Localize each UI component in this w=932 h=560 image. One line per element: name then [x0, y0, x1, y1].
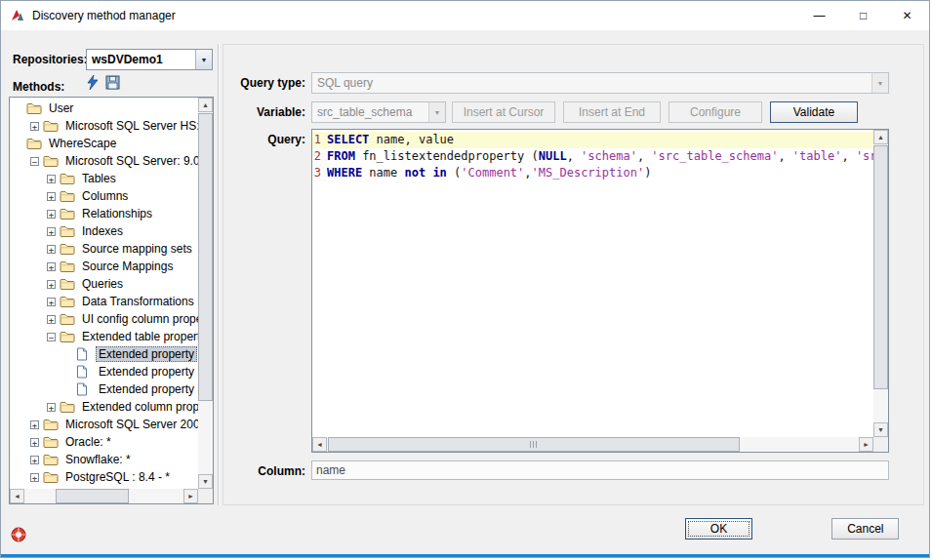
expand-icon[interactable]: +	[30, 420, 39, 429]
maximize-button[interactable]: □	[841, 1, 885, 30]
expand-icon[interactable]: +	[47, 280, 56, 289]
tree-item-label: Microsoft SQL Server: 9.0 -	[62, 153, 198, 169]
scrollbar-corner	[198, 489, 213, 503]
variable-combo: src_table_schema ▼	[311, 101, 446, 123]
tree-item[interactable]: +Queries	[10, 275, 198, 293]
tree-item[interactable]: +Extended column prop	[10, 398, 198, 416]
tree-horizontal-scrollbar[interactable]: ◄ ►	[10, 489, 198, 503]
tree-item-label: UI config column prope	[79, 311, 198, 327]
titlebar[interactable]: Discovery method manager — □ ✕	[1, 1, 929, 30]
folder-icon	[60, 312, 75, 326]
folder-icon	[60, 400, 75, 414]
folder-icon	[60, 224, 75, 238]
tree-item[interactable]: User	[10, 100, 198, 117]
code-text: SELECT name, value	[327, 132, 873, 148]
scrollbar-track[interactable]	[873, 144, 888, 422]
query-editor-lines[interactable]: 1SELECT name, value2FROM fn_listextended…	[312, 130, 873, 437]
minimize-button[interactable]: —	[797, 1, 841, 30]
scrollbar-thumb[interactable]	[198, 113, 213, 401]
tree-item[interactable]: −Extended table propert	[10, 328, 198, 345]
scrollbar-thumb[interactable]	[873, 145, 888, 389]
expand-icon[interactable]: +	[47, 245, 56, 254]
scroll-right-button[interactable]: ►	[183, 489, 198, 503]
tree-vertical-scrollbar[interactable]: ▲ ▼	[198, 98, 213, 489]
close-button[interactable]: ✕	[885, 1, 929, 30]
tree-item[interactable]: Extended property	[10, 380, 198, 398]
query-editor[interactable]: 1SELECT name, value2FROM fn_listextended…	[311, 129, 889, 453]
editor-vertical-scrollbar[interactable]: ▲ ▼	[873, 130, 888, 437]
editor-horizontal-scrollbar[interactable]: ◄ ►	[312, 437, 873, 452]
cancel-button[interactable]: Cancel	[831, 518, 899, 540]
ok-button[interactable]: OK	[685, 518, 752, 540]
scroll-down-button[interactable]: ▼	[198, 474, 213, 489]
tree-item[interactable]: +Columns	[10, 187, 198, 205]
scroll-left-button[interactable]: ◄	[312, 437, 327, 452]
tree-item[interactable]: WhereScape	[10, 135, 198, 152]
expand-icon[interactable]: +	[30, 122, 39, 131]
line-number: 3	[312, 165, 327, 181]
validate-button[interactable]: Validate	[770, 101, 858, 123]
expand-icon[interactable]: +	[47, 192, 56, 201]
collapse-icon[interactable]: −	[30, 157, 39, 166]
methods-label: Methods:	[13, 80, 64, 94]
expand-icon[interactable]: +	[30, 473, 39, 482]
tree-item-label: Snowflake: *	[62, 452, 134, 467]
tree-item[interactable]: +Snowflake: *	[10, 451, 198, 468]
tree-item[interactable]: Extended property	[10, 363, 198, 380]
scroll-down-button[interactable]: ▼	[873, 422, 888, 437]
tree-item[interactable]: Extended property	[10, 345, 198, 363]
repository-combo[interactable]: wsDVDemo1 ▼	[86, 49, 213, 70]
page-icon	[76, 365, 92, 379]
scrollbar-thumb[interactable]	[328, 437, 740, 452]
scroll-up-button[interactable]: ▲	[873, 130, 888, 144]
scrollbar-track[interactable]	[198, 112, 213, 474]
tree-item[interactable]: +Relationships	[10, 205, 198, 222]
scroll-left-button[interactable]: ◄	[10, 489, 24, 503]
reload-methods-icon[interactable]	[84, 74, 101, 92]
expand-icon[interactable]: +	[47, 315, 56, 324]
expand-icon[interactable]: +	[47, 403, 56, 412]
chevron-down-icon[interactable]: ▼	[195, 50, 212, 69]
tree-item[interactable]: +Microsoft SQL Server 2000	[10, 416, 198, 433]
expand-icon[interactable]: +	[47, 210, 56, 219]
tree-item-label: Queries	[79, 276, 126, 292]
scroll-up-button[interactable]: ▲	[198, 98, 213, 112]
configure-button: Configure	[669, 101, 762, 123]
folder-icon	[60, 260, 75, 273]
tree-item-label: Tables	[79, 171, 119, 186]
scrollbar-track[interactable]	[327, 437, 859, 452]
expand-icon[interactable]: +	[47, 262, 56, 271]
scrollbar-thumb[interactable]	[56, 489, 129, 503]
expand-icon[interactable]: +	[47, 227, 56, 236]
tree-item-label: Extended table propert	[79, 329, 198, 344]
folder-icon	[60, 295, 75, 308]
tree-item[interactable]: +Tables	[10, 170, 198, 187]
tree-item[interactable]: +UI config column prope	[10, 310, 198, 328]
code-line[interactable]: 2FROM fn_listextendedproperty (NULL, 'sc…	[312, 148, 873, 165]
tree-item[interactable]: +Indexes	[10, 222, 198, 240]
folder-icon	[26, 137, 42, 150]
folder-icon	[43, 418, 59, 431]
tree-item[interactable]: −Microsoft SQL Server: 9.0 -	[10, 152, 198, 170]
tree-item-label: Extended property	[96, 381, 197, 397]
tree-item-label: Extended property	[96, 364, 197, 380]
tree-item[interactable]: +PostgreSQL : 8.4 - *	[10, 468, 198, 486]
expand-icon[interactable]: +	[47, 298, 56, 306]
folder-icon	[60, 189, 75, 203]
tree-item[interactable]: +Source Mappings	[10, 258, 198, 275]
scroll-right-button[interactable]: ►	[859, 437, 873, 452]
expand-icon[interactable]: +	[30, 438, 39, 447]
code-line[interactable]: 3WHERE name not in ('Comment','MS_Descri…	[312, 165, 873, 181]
tree-item[interactable]: +Data Transformations	[10, 293, 198, 310]
expand-icon[interactable]: +	[47, 175, 56, 183]
tree-item[interactable]: +Microsoft SQL Server HS: S	[10, 117, 198, 135]
tree-item-label: Data Transformations	[79, 294, 197, 309]
collapse-icon[interactable]: −	[47, 333, 56, 341]
save-method-icon[interactable]	[105, 75, 123, 93]
expand-icon[interactable]: +	[30, 456, 39, 464]
tree-item[interactable]: +Oracle: *	[10, 433, 198, 451]
tree-item[interactable]: +Source mapping sets	[10, 240, 198, 258]
repositories-label: Repositories:	[13, 53, 88, 66]
code-line[interactable]: 1SELECT name, value	[312, 132, 873, 148]
scrollbar-track[interactable]	[24, 489, 183, 503]
